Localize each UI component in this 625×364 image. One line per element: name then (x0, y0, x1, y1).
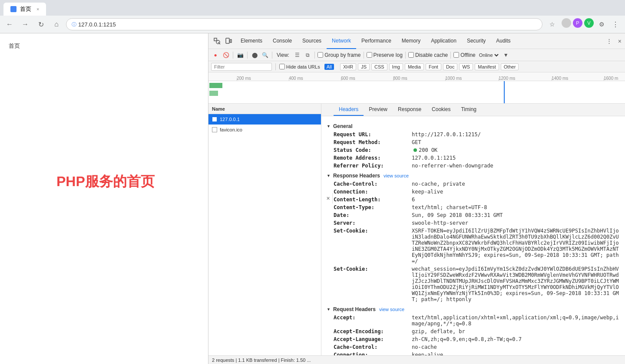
devtools-tabs: Elements Console Sources Network Perform… (235, 33, 604, 49)
resp-row-content-length: Content-Length: 6 (327, 196, 620, 203)
resp-row-date: Date: Sun, 09 Sep 2018 08:33:31 GMT (327, 212, 620, 219)
manifest-btn[interactable]: Manifest (475, 63, 499, 70)
request-headers-section-header[interactable]: Request Headers view source (327, 306, 620, 312)
tab-console[interactable]: Console (268, 33, 297, 49)
ws-btn[interactable]: WS (459, 63, 473, 70)
address-bar: ← → ↻ ⌂ ⓘ 127.0.0.1:1215 ☆ P V ⚙ ⋮ (0, 16, 625, 33)
tab-application[interactable]: Application (426, 33, 462, 49)
tab-elements[interactable]: Elements (235, 33, 268, 49)
search-btn[interactable]: 🔍 (261, 51, 269, 59)
ext-button-2[interactable]: P (573, 18, 582, 28)
req-row-cache-control: Cache-Control: no-cache (327, 344, 620, 351)
filter-input[interactable] (211, 63, 272, 71)
media-btn[interactable]: Media (405, 63, 424, 70)
disable-cache-checkbox[interactable]: Disable cache (408, 52, 448, 58)
tab-sources[interactable]: Sources (297, 33, 327, 49)
tab-close-btn[interactable]: × (36, 7, 39, 12)
detail-panel: Headers Preview Response Cookies Timing … (321, 104, 625, 355)
throttle-down-btn[interactable]: ▼ (502, 51, 510, 59)
group-by-frame-checkbox[interactable]: Group by frame (317, 52, 360, 58)
devtools-close-btn[interactable]: × (616, 36, 623, 46)
filter-btn[interactable]: ⬤ (250, 51, 259, 59)
timeline-ruler: 200 ms 400 ms 600 ms 800 ms 1000 ms 1200… (208, 72, 625, 81)
general-section-header[interactable]: General (327, 123, 620, 129)
tick-600: 600 ms (341, 76, 355, 81)
devtools-panel: Elements Console Sources Network Perform… (208, 33, 625, 364)
throttle-select[interactable]: Online (477, 52, 500, 58)
devtools-more-btn[interactable]: ⋮ (604, 36, 615, 46)
network-item-0[interactable]: 127.0.0.1 (208, 114, 321, 125)
tick-1600: 1600 m (604, 76, 618, 81)
tab-title: 首页 (20, 5, 31, 13)
general-row-url: Request URL: http://127.0.0.1:1215/ (327, 131, 620, 138)
preserve-log-checkbox[interactable]: Preserve log (367, 52, 403, 58)
req-row-accept-language: Accept-Language: zh-CN,zh;q=0.9,en;q=0.8… (327, 336, 620, 343)
hide-data-urls-checkbox[interactable]: Hide data URLs (279, 64, 320, 69)
ext-button-3[interactable]: V (584, 18, 594, 28)
tick-200: 200 ms (237, 76, 251, 81)
xhr-btn[interactable]: XHR (340, 63, 356, 70)
blue-timeline-line (504, 81, 505, 103)
resp-row-server: Server: swoole-http-server (327, 220, 620, 226)
browser-chrome: 首页 × ← → ↻ ⌂ ⓘ 127.0.0.1:1215 ☆ P V ⚙ ⋮ (0, 0, 625, 33)
svg-rect-0 (214, 38, 217, 41)
browser-action-buttons: P V ⚙ ⋮ (562, 18, 622, 30)
svg-rect-3 (226, 38, 229, 43)
general-row-status: Status Code: 200 OK (327, 147, 620, 154)
browser-tab[interactable]: 首页 × (3, 3, 46, 16)
view-list-btn[interactable]: ☰ (293, 51, 301, 59)
ext-button-5[interactable]: ⋮ (609, 18, 622, 30)
tab-audits[interactable]: Audits (491, 33, 516, 49)
ext-button-1[interactable] (562, 18, 571, 28)
address-field[interactable]: ⓘ 127.0.0.1:1215 (66, 18, 542, 30)
all-badge: All (324, 64, 334, 70)
detail-tab-preview[interactable]: Preview (364, 104, 393, 116)
forward-button[interactable]: → (19, 18, 31, 30)
bookmark-button[interactable]: ☆ (546, 18, 558, 30)
view-waterfall-btn[interactable]: ⧉ (303, 51, 312, 59)
resp-row-set-cookie-2: Set-Cookie: wechat_session=eyJpdiI6ImVyY… (327, 266, 620, 303)
back-button[interactable]: ← (3, 18, 16, 30)
page-nav-link[interactable]: 首页 (9, 43, 20, 49)
tab-security[interactable]: Security (462, 33, 491, 49)
separator-3 (272, 52, 272, 59)
status-dot (413, 148, 417, 152)
detail-close-btn[interactable]: × (324, 193, 333, 203)
home-button[interactable]: ⌂ (50, 18, 63, 30)
record-btn[interactable]: ● (211, 51, 220, 59)
camera-btn[interactable]: 📷 (236, 51, 245, 59)
network-item-1[interactable]: favicon.ico (208, 125, 321, 135)
device-icon[interactable] (223, 36, 234, 46)
tab-network[interactable]: Network (327, 33, 356, 49)
response-headers-view-source[interactable]: view source (384, 173, 409, 178)
other-btn[interactable]: Other (501, 63, 519, 70)
response-headers-section-header[interactable]: Response Headers view source (327, 173, 620, 179)
clear-btn[interactable]: 🚫 (222, 51, 230, 59)
js-btn[interactable]: JS (358, 63, 370, 70)
detail-tab-headers[interactable]: Headers (334, 104, 364, 116)
detail-tab-timing[interactable]: Timing (456, 104, 482, 116)
detail-tab-cookies[interactable]: Cookies (427, 104, 456, 116)
reload-button[interactable]: ↻ (35, 18, 47, 30)
tab-performance[interactable]: Performance (356, 33, 397, 49)
devtools-controls: ⋮ × (604, 36, 623, 46)
filter-btns: XHR JS CSS Img Media Font Doc WS Manifes… (340, 63, 519, 70)
ext-button-4[interactable]: ⚙ (595, 18, 608, 30)
css-btn[interactable]: CSS (371, 63, 387, 70)
font-btn[interactable]: Font (426, 63, 441, 70)
offline-checkbox[interactable]: Offline (453, 52, 475, 58)
request-headers-view-source[interactable]: view source (379, 307, 404, 312)
url-text: 127.0.0.1:1215 (78, 21, 116, 28)
network-table-area: Name 127.0.0.1 favicon.ico × (208, 104, 625, 355)
filter-bar: Hide data URLs All XHR JS CSS Img Media … (208, 61, 625, 72)
tab-memory[interactable]: Memory (397, 33, 426, 49)
detail-tab-response[interactable]: Response (393, 104, 427, 116)
separator-1 (233, 52, 233, 59)
req-row-accept-encoding: Accept-Encoding: gzip, deflate, br (327, 328, 620, 335)
inspect-icon[interactable] (212, 36, 222, 46)
general-row-remote: Remote Address: 127.0.0.1:1215 (327, 154, 620, 161)
page-heading: PHP服务的首页 (56, 172, 155, 191)
img-btn[interactable]: Img (389, 63, 403, 70)
doc-btn[interactable]: Doc (443, 63, 458, 70)
resp-row-cache: Cache-Control: no-cache, private (327, 180, 620, 187)
